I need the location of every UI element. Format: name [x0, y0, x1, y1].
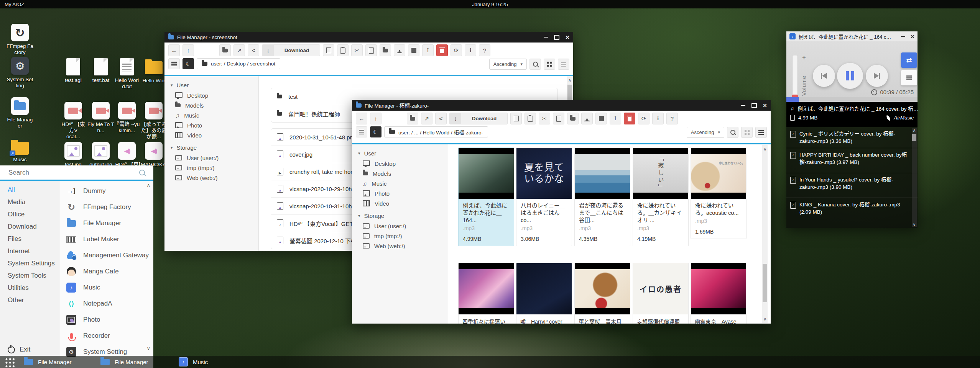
playlist-button[interactable]	[901, 70, 917, 85]
app-item-notepada[interactable]: ⟨⟩NotepadA	[59, 296, 153, 312]
app-item-ffmpeg-factory[interactable]: ↻FFmpeg Factory	[59, 199, 153, 215]
maximize-button[interactable]	[751, 103, 757, 108]
scrollbar[interactable]: ∧ ∨	[762, 145, 768, 323]
desktop-icon-video-touhou[interactable]: HD⁶⁰ 【東方Vocal...	[59, 102, 87, 140]
minimize-button[interactable]	[544, 37, 548, 38]
app-item-file-manager[interactable]: File Manager	[59, 215, 153, 231]
category-utilities[interactable]: Utilities	[0, 282, 59, 294]
download-button[interactable]: ↓ Download	[262, 44, 320, 56]
repeat-button[interactable]: ⇄	[901, 52, 917, 68]
sidebar-item-tmp-drive[interactable]: tmp (tmp:/)	[164, 163, 258, 173]
category-system-settings[interactable]: System Settings	[0, 257, 59, 270]
music-tile[interactable]: 幽霊東京＿Ayase	[691, 263, 747, 324]
copy-button[interactable]	[510, 113, 522, 124]
grid-view-button[interactable]	[544, 59, 555, 70]
search-button[interactable]	[529, 59, 541, 70]
close-button[interactable]: ×	[911, 33, 914, 40]
scroll-down-icon[interactable]: ∨	[762, 317, 768, 322]
close-button[interactable]: ×	[566, 34, 569, 41]
rename-button[interactable]: I	[422, 44, 434, 56]
desktop-icon-ffmpeg-factory[interactable]: ↻ FFmpeg Factory	[6, 24, 34, 56]
sidebar-item-video[interactable]: Video	[164, 130, 258, 140]
pause-button[interactable]	[837, 63, 863, 89]
breadcrumb[interactable]: user: / ... / Hello World / 柘榴-zakuro-	[384, 126, 488, 137]
desktop-icon-video-yukimine[interactable]: 『雪峰 ~yukimin...	[113, 102, 141, 134]
music-tile[interactable]: イロの愚者 妄想感傷代償連盟	[633, 263, 689, 324]
title-bar[interactable]: ♪ 例えば、今此処に置かれた花に _ 164 c… ×	[786, 31, 918, 41]
music-tile[interactable]: 菫と葉桜＿青木月	[574, 263, 630, 324]
menu-button[interactable]	[356, 126, 367, 137]
scroll-down-icon[interactable]: ∨	[146, 345, 150, 351]
open-button[interactable]	[219, 44, 231, 56]
category-all[interactable]: All	[0, 184, 59, 196]
playlist-item[interactable]: ♪ Cynic _ ポリスピカデリー cover. by 柘榴-zakuro-.…	[786, 127, 918, 148]
app-item-music[interactable]: ♪Music	[59, 280, 153, 296]
desktop-icon-file-manager[interactable]: File Manager	[6, 97, 34, 129]
scroll-up-icon[interactable]: ∧	[567, 78, 572, 83]
upload-button[interactable]	[581, 113, 593, 124]
music-tile[interactable]: 君が夜の海に還るまで＿こんにちは谷田... .mp3 4.35MB	[574, 147, 630, 246]
delete-button[interactable]	[436, 44, 448, 56]
up-button[interactable]: ↑	[183, 44, 194, 56]
music-tile[interactable]: 例えば、今此処に置かれた花に＿164... .mp3 4.99MB	[458, 147, 514, 246]
scroll-up-icon[interactable]: ∧	[146, 182, 150, 188]
category-download[interactable]: Download	[0, 221, 59, 233]
search-button[interactable]	[727, 127, 738, 138]
next-button[interactable]	[866, 65, 888, 87]
new-file-button[interactable]	[365, 44, 377, 56]
breadcrumb[interactable]: user: / Desktop / screenshot	[197, 58, 280, 69]
refresh-button[interactable]: ⟳	[451, 44, 462, 56]
sidebar-section-storage[interactable]: ▾Storage	[352, 211, 448, 221]
open-button[interactable]	[407, 113, 418, 124]
grid-view-button[interactable]	[741, 127, 753, 138]
share-button[interactable]: <	[248, 44, 259, 56]
help-button[interactable]: ?	[479, 44, 490, 56]
menu-button[interactable]	[168, 58, 180, 69]
taskbar-item-file-manager-1[interactable]: File Manager	[24, 356, 72, 368]
scroll-up-icon[interactable]: ∧	[762, 147, 768, 152]
cut-button[interactable]: ✂	[351, 44, 363, 56]
sidebar-item-desktop[interactable]: Desktop	[352, 159, 448, 168]
app-item-label-maker[interactable]: Label Maker	[59, 231, 153, 247]
sidebar-item-models[interactable]: Models	[164, 100, 258, 110]
category-other[interactable]: Other	[0, 294, 59, 306]
music-tile[interactable]: 「寂しい」 命に嫌われている。＿カンザキイオリ ... .mp3 4.19MB	[633, 147, 689, 246]
app-item-management-gateway[interactable]: Management Gateway	[59, 247, 153, 263]
title-bar[interactable]: File Manager - screenshot ×	[164, 32, 573, 43]
minimize-button[interactable]	[741, 105, 745, 106]
new-file-button[interactable]	[553, 113, 564, 124]
music-tile[interactable]: 嘘＿HarryP cover	[516, 263, 572, 324]
category-media[interactable]: Media	[0, 196, 59, 208]
sidebar-item-photo[interactable]: Photo	[352, 188, 448, 198]
sidebar-item-web-drive[interactable]: Web (web:/)	[164, 173, 258, 183]
sidebar-item-tmp-drive[interactable]: tmp (tmp:/)	[352, 231, 448, 241]
exit-button[interactable]: Exit	[8, 346, 30, 353]
category-internet[interactable]: Internet	[0, 245, 59, 257]
desktop-icon-audio-magic[interactable]: ◀) 【MAGIC/KAI...	[140, 142, 168, 168]
sidebar-section-user[interactable]: ▾User	[352, 148, 448, 159]
music-tile[interactable]: 命に嫌われている。 命に嫌われている。acoustic co... .mp3 1…	[691, 147, 747, 239]
share-button[interactable]: <	[435, 113, 447, 124]
sidebar-item-video[interactable]: Video	[352, 198, 448, 208]
rename-button[interactable]: I	[610, 113, 621, 124]
sidebar-item-music[interactable]: ♫Music	[164, 110, 258, 120]
taskbar-item-file-manager-2[interactable]: File Manager	[100, 356, 148, 368]
dark-mode-toggle[interactable]: ☾	[183, 58, 194, 69]
sidebar-item-music[interactable]: ♫Music	[352, 178, 448, 188]
minimize-button[interactable]	[901, 36, 905, 37]
previous-button[interactable]	[813, 65, 835, 87]
desktop-icon-output-jpg[interactable]: output.jpg	[87, 142, 115, 168]
delete-button[interactable]	[624, 113, 635, 124]
back-button[interactable]: ←	[356, 113, 367, 124]
upload-button[interactable]	[394, 44, 405, 56]
dark-mode-toggle[interactable]: ☾	[370, 126, 381, 137]
category-system-tools[interactable]: System Tools	[0, 270, 59, 282]
playlist-item[interactable]: ♪ In Your Hands _ yusukeP cover. by 柘榴-z…	[786, 173, 918, 198]
close-button[interactable]: ×	[763, 102, 767, 109]
app-grid-icon[interactable]	[4, 357, 15, 367]
list-view-button[interactable]	[558, 59, 569, 70]
desktop-icon-test-bat[interactable]: test.bat	[87, 58, 115, 83]
copy-button[interactable]	[323, 44, 334, 56]
desktop-icon-music-shortcut[interactable]: ↗ Music	[6, 139, 34, 163]
taskbar-item-music[interactable]: ♪ Music	[179, 356, 208, 368]
